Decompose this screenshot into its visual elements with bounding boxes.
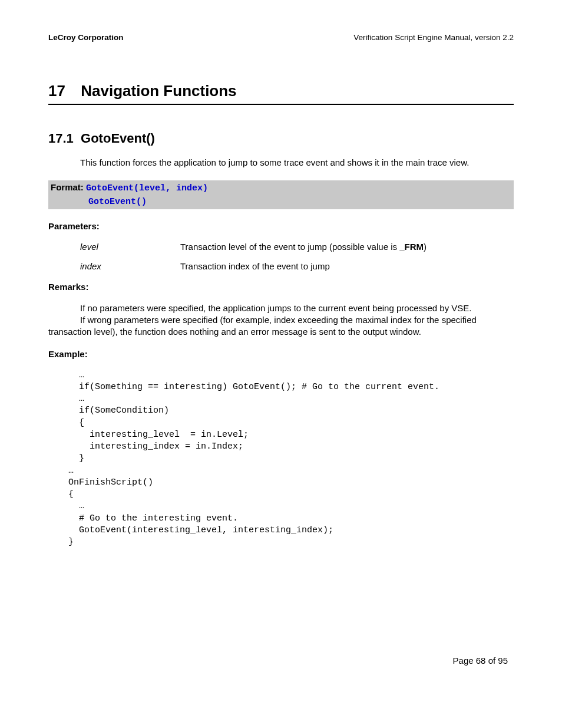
- page-footer: Page 68 of 95: [453, 655, 508, 666]
- param-desc-bold: _FRM: [399, 242, 424, 252]
- parameters-table: level Transaction level of the event to …: [80, 242, 514, 271]
- example-code: … if(Something == interesting) GotoEvent…: [68, 370, 514, 549]
- section-heading: 17.1 GotoEvent(): [48, 131, 514, 146]
- format-box: Format: GotoEvent(level, index) GotoEven…: [48, 180, 514, 209]
- parameter-row: index Transaction index of the event to …: [80, 261, 514, 271]
- remarks-hanging: transaction level), the function does no…: [48, 326, 514, 338]
- header-company: LeCroy Corporation: [48, 33, 124, 42]
- section-number: 17.1: [48, 131, 74, 146]
- format-code-line1: GotoEvent(level, index): [86, 183, 208, 193]
- document-page: LeCroy Corporation Verification Script E…: [0, 0, 562, 548]
- parameter-row: level Transaction level of the event to …: [80, 242, 514, 252]
- remarks-heading: Remarks:: [48, 282, 514, 292]
- parameter-description: Transaction level of the event to jump (…: [180, 242, 514, 252]
- chapter-heading: 17 Navigation Functions: [48, 82, 514, 105]
- section-title: GotoEvent(): [81, 131, 155, 146]
- parameter-name: index: [80, 261, 180, 271]
- remarks-body: If no parameters were specified, the app…: [80, 302, 514, 327]
- param-desc-pre: Transaction index of the event to jump: [180, 261, 330, 271]
- example-heading: Example:: [48, 349, 514, 359]
- param-desc-pre: Transaction level of the event to jump (…: [180, 242, 399, 252]
- parameter-description: Transaction index of the event to jump: [180, 261, 514, 271]
- header-doc-title: Verification Script Engine Manual, versi…: [353, 33, 514, 42]
- remarks-line1: If no parameters were specified, the app…: [80, 303, 472, 313]
- format-label: Format:: [51, 182, 86, 192]
- section-intro: This function forces the application to …: [80, 157, 514, 169]
- chapter-title: Navigation Functions: [81, 82, 236, 100]
- page-header: LeCroy Corporation Verification Script E…: [48, 33, 514, 42]
- parameter-name: level: [80, 242, 180, 252]
- parameters-heading: Parameters:: [48, 221, 514, 231]
- format-code-line2: GotoEvent(): [88, 197, 147, 207]
- remarks-line2: If wrong parameters were specified (for …: [80, 315, 477, 325]
- param-desc-post: ): [424, 242, 427, 252]
- chapter-number: 17: [48, 82, 77, 100]
